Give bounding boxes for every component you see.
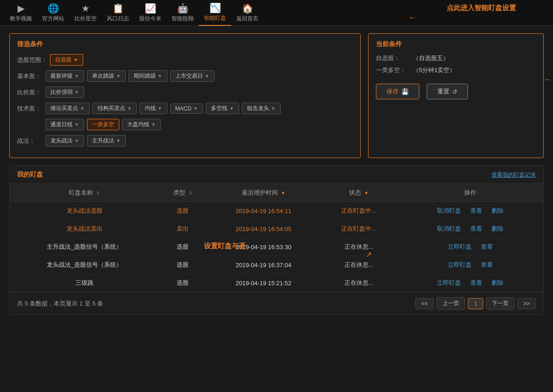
td-time-3: 2019-04-19 16:37:04 xyxy=(206,256,320,274)
action-delete-1[interactable]: 删除 xyxy=(492,225,504,232)
td-type-0: 选股 xyxy=(159,202,206,220)
filter-tag-ssyj[interactable]: 上市交易日 ▼ xyxy=(170,70,215,82)
filter-tag-qjtj-label: 期间跳级 xyxy=(134,72,156,80)
nav-item-gwjl[interactable]: 📈 股往今来 xyxy=(134,0,166,26)
save-label: 保存 xyxy=(387,87,399,96)
page-1[interactable]: 1 xyxy=(468,298,483,309)
td-name-0[interactable]: 龙头战法选股 xyxy=(10,202,159,220)
action-cancel-0[interactable]: 取消盯盘 xyxy=(437,207,461,214)
reset-label: 重置 xyxy=(437,87,449,96)
filter-tag-zjlt[interactable]: 狙击龙头 ▼ xyxy=(242,103,281,114)
action-view-0[interactable]: 查看 xyxy=(470,207,482,214)
filter-tag-jx[interactable]: 均线 ▼ xyxy=(140,103,167,114)
filter-tag-zxpj[interactable]: 最新评级 ▼ xyxy=(45,70,84,82)
nav-icon-bjxk: ★ xyxy=(81,3,90,14)
filter-tag-macd-arrow: ▼ xyxy=(193,106,198,111)
td-action-3: 立即盯盘 查看 xyxy=(397,256,543,274)
action-immediate-4[interactable]: 立即盯盘 xyxy=(437,279,461,286)
action-view-2[interactable]: 查看 xyxy=(481,243,493,250)
filter-panel: 筛选条件 选股范围： 自选股 ▼ 基本面： 最新评级 ▼ 单次跳级 ▼ xyxy=(9,33,361,158)
filter-tag-qjtj[interactable]: 期间跳级 ▼ xyxy=(129,70,167,82)
data-table: 盯盘名称 ⇅ 类型 ⇅ 最后维护时间 ▼ 状态 xyxy=(10,184,543,292)
watchlist-link[interactable]: 查看我的盯盘记录 xyxy=(492,171,536,179)
td-name-3: 龙头战法_选股信号（系统） xyxy=(10,256,159,274)
watchlist-header: 我的盯盘 查看我的盯盘记录 xyxy=(10,166,543,184)
th-name-label: 盯盘名称 xyxy=(69,189,93,196)
reset-button[interactable]: 重置 ↺ xyxy=(427,84,468,99)
nav-annotation: 点此进入智能盯盘设置 xyxy=(447,4,516,12)
nav-icon-fkrz: 📋 xyxy=(112,3,124,14)
td-action-0: 取消盯盘 查看 删除 xyxy=(397,202,543,220)
filter-tag-tdrx[interactable]: 通道日线 ▼ xyxy=(45,119,84,130)
filter-tag-dcyj[interactable]: 单次跳级 ▼ xyxy=(87,70,126,82)
action-delete-0[interactable]: 删除 xyxy=(492,207,504,214)
nav-icon-gfwz: 🌐 xyxy=(48,3,59,14)
nav-icon-zntg: 🤖 xyxy=(177,3,189,14)
filter-tag-dpjx[interactable]: 大盘均线 ▼ xyxy=(122,119,161,130)
filter-panel-title: 筛选条件 xyxy=(17,40,353,49)
filter-tag-macd[interactable]: MACD ▼ xyxy=(170,104,203,114)
nav-item-fkrz[interactable]: 📋 风口日志 xyxy=(102,0,134,26)
filter-tag-jx-label: 均线 xyxy=(145,104,156,112)
filter-tag-bjqr[interactable]: 比价强弱 ▼ xyxy=(45,86,84,98)
td-name-1[interactable]: 龙头战法卖出 xyxy=(10,220,159,238)
save-button[interactable]: 保存 💾 xyxy=(376,84,419,99)
td-time-1: 2019-04-19 16:54:05 xyxy=(206,220,320,238)
filter-tag-ssyj-label: 上市交易日 xyxy=(175,72,203,80)
th-status: 状态 ▼ xyxy=(320,184,397,202)
filter-tag-dpjx-arrow: ▼ xyxy=(151,122,156,127)
top-section: 筛选条件 选股范围： 自选股 ▼ 基本面： 最新评级 ▼ 单次跳级 ▼ xyxy=(9,33,544,158)
action-view-3[interactable]: 查看 xyxy=(481,261,493,268)
th-type-sort[interactable]: ⇅ xyxy=(189,190,192,196)
filter-tag-ltzf[interactable]: 龙头战法 ▼ xyxy=(45,135,84,147)
conditions-panel: 当前条件 自选股： （自选股五） 一类多空： （5分钟1卖空） 选择条件保存盯盘… xyxy=(368,33,544,158)
filter-tag-dkx[interactable]: 多空线 ▼ xyxy=(206,103,239,114)
filter-tag-bjqr-label: 比价强弱 xyxy=(50,88,73,96)
page-last[interactable]: >> xyxy=(517,298,536,309)
td-name-2: 主升战法_选股信号（系统） xyxy=(10,238,159,256)
nav-item-zntg[interactable]: 🤖 智能投顾 xyxy=(166,0,199,26)
action-view-1[interactable]: 查看 xyxy=(470,225,482,232)
condition-val-zxg: （自选股五） xyxy=(413,54,449,62)
page-prev[interactable]: 上一页 xyxy=(436,297,465,310)
th-type-label: 类型 xyxy=(173,189,185,196)
nav-item-bjxk[interactable]: ★ 比价星空 xyxy=(69,0,102,26)
condition-key-zxg: 自选股： xyxy=(376,54,413,62)
filter-tag-clmmd[interactable]: 缠论买卖点 ▼ xyxy=(45,103,90,114)
nav-label-jxsp: 教学视频 xyxy=(10,15,32,23)
th-name-sort[interactable]: ⇅ xyxy=(96,190,100,196)
filter-tag-jgmmd-arrow: ▼ xyxy=(127,106,132,111)
filter-tag-ltzf-label: 龙头战法 xyxy=(50,137,73,145)
filter-row-bjm: 比价面： 比价强弱 ▼ xyxy=(17,86,353,98)
page-first[interactable]: << xyxy=(415,298,434,309)
action-immediate-3[interactable]: 立即盯盘 xyxy=(448,261,472,268)
filter-tag-yldk[interactable]: 一类多空 xyxy=(87,119,119,130)
filter-tag-zszf[interactable]: 主升战法 ▼ xyxy=(87,135,126,147)
th-name: 盯盘名称 ⇅ xyxy=(10,184,159,202)
nav-icon-fhsy: 🏠 xyxy=(242,3,253,14)
nav-label-fhsy: 返回首页 xyxy=(236,15,258,23)
nav-item-jxsp[interactable]: ▶ 教学视频 xyxy=(5,0,37,26)
action-immediate-2[interactable]: 立即盯盘 xyxy=(448,243,472,250)
table-annotation: 设置盯盘与否 xyxy=(204,242,246,251)
action-delete-4[interactable]: 删除 xyxy=(492,279,504,286)
filter-row-range: 选股范围： 自选股 ▼ xyxy=(17,54,353,66)
filter-tag-jgmmd[interactable]: 结构买卖点 ▼ xyxy=(92,103,137,114)
nav-item-gfwz[interactable]: 🌐 官方网站 xyxy=(37,0,69,26)
th-status-sort[interactable]: ▼ xyxy=(364,190,369,196)
th-time-label: 最后维护时间 xyxy=(242,189,278,196)
action-view-4[interactable]: 查看 xyxy=(470,279,482,286)
nav-label-bjxk: 比价星空 xyxy=(74,15,97,23)
action-cancel-1[interactable]: 取消盯盘 xyxy=(437,225,461,232)
filter-tag-zxg[interactable]: 自选股 ▼ xyxy=(50,54,83,66)
td-type-3: 选股 xyxy=(159,256,206,274)
td-time-0: 2019-04-19 16:54:11 xyxy=(206,202,320,220)
th-time-sort[interactable]: ▼ xyxy=(281,190,285,196)
table-wrapper: 盯盘名称 ⇅ 类型 ⇅ 最后维护时间 ▼ 状态 xyxy=(10,184,543,292)
filter-tag-zxg-arrow: ▼ xyxy=(74,57,78,62)
td-status-1: 正在盯盘中... xyxy=(320,220,397,238)
nav-item-fhsy[interactable]: 🏠 返回首页 xyxy=(231,0,264,26)
watchlist-title: 我的盯盘 xyxy=(17,171,43,179)
nav-item-zndp[interactable]: 📉 智能盯盘 xyxy=(199,0,231,26)
page-next[interactable]: 下一页 xyxy=(486,297,515,310)
